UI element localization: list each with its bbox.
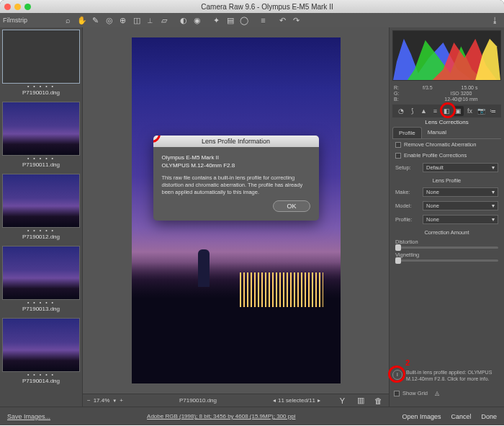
radial-filter-tool-icon[interactable]: ◯ (238, 14, 250, 27)
thumb-name: P7190011.dng (2, 161, 80, 169)
thumb-name: P7190010.dng (2, 89, 80, 97)
zoom-out-icon[interactable]: − (87, 397, 91, 404)
dialog-ok-button[interactable]: OK (273, 200, 310, 212)
panel-tabs: ◔ ⟆ ▲ ≡ ◧ ▣ fx 📷 ≔ (392, 105, 501, 117)
lens-profile-heading: Lens Profile (390, 174, 504, 185)
info-icon[interactable]: i (392, 370, 402, 380)
thumb-name: P7190012.dng (2, 233, 80, 241)
split-panel-icon[interactable]: ◧ (442, 106, 452, 116)
annotation-label: 2 (405, 358, 410, 368)
toolbar: Filmstrip ⌕ ✋ ✎ ◎ ⊕ ◫ ⟂ ▱ ◐ ◉ ✦ ▤ ◯ ≡ ↶ … (0, 13, 504, 27)
camera-panel-icon[interactable]: 📷 (477, 106, 487, 116)
redeye-tool-icon[interactable]: ◉ (191, 14, 203, 27)
tab-manual[interactable]: Manual (422, 127, 452, 138)
prev-image-icon[interactable]: ◂ (273, 397, 276, 404)
compare-mode-icon[interactable]: Y (336, 394, 348, 407)
panel-name: Lens Corrections (390, 117, 504, 127)
make-select[interactable]: None▾ (423, 187, 498, 197)
white-balance-tool-icon[interactable]: ✎ (89, 14, 102, 27)
lens-profile-info[interactable]: i Built-in lens profile applied: OLYMPUS… (392, 370, 501, 382)
toggle-mark-icon[interactable]: ⭳ (489, 14, 501, 27)
lens-profile-dialog: 3 Lens Profile Information Olympus E-M5 … (153, 136, 319, 221)
info-text: Built-in lens profile applied: OLYMPUS M… (406, 370, 501, 382)
zoom-in-icon[interactable]: + (120, 397, 123, 404)
titlebar: Camera Raw 9.6 - Olympus E-M5 Mark II (0, 0, 504, 13)
distortion-label: Distortion (395, 239, 498, 245)
checkbox-label: Enable Profile Corrections (404, 152, 467, 159)
filmstrip-label: Filmstrip (3, 17, 60, 24)
checkbox-remove-ca[interactable] (395, 142, 401, 148)
zoom-tool-icon[interactable]: ⌕ (62, 14, 74, 27)
overlay-icon[interactable]: ◬ (435, 390, 439, 396)
filmstrip-thumb[interactable]: • • • • •P7190010.dng (2, 30, 80, 97)
workflow-options-link[interactable]: Adobe RGB (1998); 8 bit; 3456 by 4608 (1… (147, 413, 295, 420)
lens-panel-icon[interactable]: ▣ (454, 106, 464, 116)
preferences-icon[interactable]: ≡ (257, 14, 269, 27)
setup-select[interactable]: Default▾ (423, 163, 498, 172)
profile-select[interactable]: None▾ (423, 215, 498, 224)
tab-profile[interactable]: Profile (392, 127, 422, 138)
adjustment-brush-tool-icon[interactable]: ✦ (210, 14, 222, 27)
filmstrip-thumb[interactable]: • • • • •P7190011.dng (2, 102, 80, 169)
make-label: Make: (395, 189, 418, 195)
views-icon[interactable]: ▥ (354, 394, 366, 407)
vignetting-slider[interactable] (395, 259, 498, 262)
done-button[interactable]: Done (482, 413, 498, 420)
dialog-camera: Olympus E-M5 Mark II (162, 154, 310, 161)
right-panel: R:f/3.515.00 s G:ISO 3200 B:12-40@16 mm … (389, 27, 504, 407)
target-adjust-tool-icon[interactable]: ⊕ (117, 14, 129, 27)
save-images-button[interactable]: Save Images... (7, 413, 50, 420)
trash-icon[interactable]: 🗑 (372, 394, 384, 407)
filmstrip: • • • • •P7190010.dng • • • • •P7190011.… (0, 27, 83, 407)
dialog-title: Lens Profile Information (153, 136, 319, 147)
next-image-icon[interactable]: ▸ (318, 397, 320, 404)
model-label: Model: (395, 203, 418, 209)
checkbox-label: Remove Chromatic Aberration (404, 141, 476, 148)
transform-tool-icon[interactable]: ▱ (158, 14, 170, 27)
histogram[interactable] (392, 30, 501, 81)
profile-label: Profile: (395, 216, 418, 223)
rotate-ccw-icon[interactable]: ↶ (276, 14, 289, 27)
footer: Save Images... Adobe RGB (1998); 8 bit; … (0, 407, 504, 425)
vignetting-label: Vignetting (395, 252, 498, 258)
graduated-filter-tool-icon[interactable]: ▤ (224, 14, 236, 27)
exif-readout: R:f/3.515.00 s G:ISO 3200 B:12-40@16 mm (390, 84, 504, 103)
hsl-panel-icon[interactable]: ≡ (431, 106, 441, 116)
filmstrip-thumb[interactable]: • • • • •P7190013.dng (2, 246, 80, 314)
dialog-description: This raw file contains a built-in lens p… (162, 174, 310, 196)
crop-tool-icon[interactable]: ◫ (130, 14, 143, 27)
setup-label: Setup: (395, 164, 418, 171)
filmstrip-thumb[interactable]: • • • • •P7190012.dng (2, 174, 80, 241)
model-select[interactable]: None▾ (423, 201, 498, 210)
zoom-value[interactable]: 17.4% (94, 397, 110, 404)
color-sampler-tool-icon[interactable]: ◎ (103, 14, 115, 27)
straighten-tool-icon[interactable]: ⟂ (144, 14, 156, 27)
distortion-slider[interactable] (395, 247, 498, 249)
checkbox-enable-pc[interactable] (395, 153, 401, 159)
cancel-button[interactable]: Cancel (451, 413, 471, 420)
minimize-window-button[interactable] (14, 4, 21, 10)
dialog-lens: OLYMPUS M.12-40mm F2.8 (162, 162, 310, 169)
thumb-name: P7190013.dng (2, 305, 80, 314)
checkbox-show-grid[interactable] (394, 391, 400, 396)
close-window-button[interactable] (4, 4, 11, 10)
spot-removal-tool-icon[interactable]: ◐ (177, 14, 189, 27)
selection-count: 11 selected/11 (278, 397, 315, 404)
open-images-button[interactable]: Open Images (402, 413, 441, 420)
basic-panel-icon[interactable]: ◔ (396, 106, 406, 116)
window-title: Camera Raw 9.6 - Olympus E-M5 Mark II (35, 3, 500, 11)
rotate-cw-icon[interactable]: ↷ (290, 14, 302, 27)
app-window: Camera Raw 9.6 - Olympus E-M5 Mark II Fi… (0, 0, 504, 425)
hand-tool-icon[interactable]: ✋ (76, 14, 88, 27)
show-grid-label: Show Grid (402, 390, 428, 396)
curve-panel-icon[interactable]: ⟆ (408, 106, 418, 116)
zoom-window-button[interactable] (24, 4, 31, 10)
preview[interactable]: 3 Lens Profile Information Olympus E-M5 … (83, 27, 389, 394)
statusbar: −17.4%▼+ P7190010.dng ◂11 selected/11▸ Y… (83, 394, 389, 407)
detail-panel-icon[interactable]: ▲ (419, 106, 429, 116)
correction-amount-heading: Correction Amount (390, 226, 504, 237)
filmstrip-thumb[interactable]: • • • • •P7190014.dng (2, 318, 80, 386)
thumb-name: P7190014.dng (2, 377, 80, 386)
presets-panel-icon[interactable]: ≔ (488, 106, 498, 116)
fx-panel-icon[interactable]: fx (465, 106, 475, 116)
